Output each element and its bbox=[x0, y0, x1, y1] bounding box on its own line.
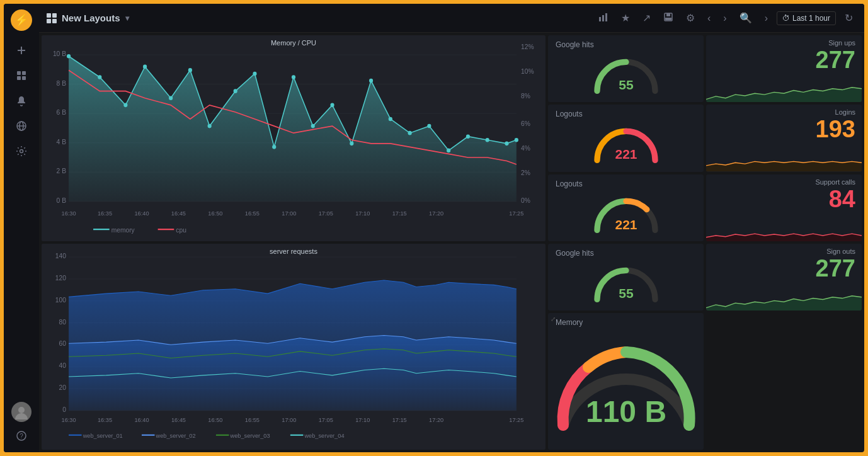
topbar-actions: ★ ↗ ⚙ ‹ › 🔍 › ⏱ Last 1 hour bbox=[595, 9, 857, 27]
settings-icon[interactable] bbox=[10, 140, 33, 162]
svg-point-55 bbox=[350, 141, 353, 145]
svg-text:0 B: 0 B bbox=[57, 197, 66, 204]
svg-point-48 bbox=[208, 124, 212, 128]
svg-text:60: 60 bbox=[59, 340, 67, 347]
logouts2-svg: 221 bbox=[569, 191, 683, 236]
svg-text:16:50: 16:50 bbox=[208, 417, 222, 423]
svg-text:80: 80 bbox=[59, 319, 67, 326]
app-title: New Layouts bbox=[62, 13, 120, 23]
svg-text:6 B: 6 B bbox=[57, 108, 66, 116]
svg-rect-19 bbox=[666, 13, 670, 16]
svg-text:16:50: 16:50 bbox=[208, 210, 222, 217]
svg-text:16:55: 16:55 bbox=[245, 210, 260, 217]
svg-text:17:00: 17:00 bbox=[282, 210, 296, 217]
gear-icon[interactable]: ⚙ bbox=[682, 9, 699, 26]
memory-title: Memory bbox=[553, 318, 583, 327]
chevron-right-icon[interactable]: › bbox=[719, 10, 730, 26]
memory-svg: 110 B bbox=[551, 337, 702, 438]
save-icon[interactable] bbox=[660, 9, 677, 27]
google-hits2-svg: 55 bbox=[569, 260, 683, 305]
expand-icon[interactable]: ⤢ bbox=[551, 316, 556, 322]
svg-text:55: 55 bbox=[619, 286, 634, 300]
search-icon[interactable]: 🔍 bbox=[736, 9, 756, 26]
google-hits2-title: Google hits bbox=[553, 249, 594, 258]
server-requests-chart: 140 120 100 80 60 40 20 0 bbox=[42, 244, 545, 450]
star-icon[interactable]: ★ bbox=[617, 9, 634, 26]
svg-point-52 bbox=[292, 75, 295, 79]
google-hits-svg: 55 bbox=[569, 52, 683, 97]
svg-rect-15 bbox=[599, 17, 601, 21]
svg-point-63 bbox=[505, 141, 508, 145]
refresh-icon[interactable]: ↻ bbox=[841, 9, 857, 26]
svg-text:16:40: 16:40 bbox=[134, 417, 149, 423]
svg-text:0: 0 bbox=[62, 406, 66, 413]
svg-text:16:35: 16:35 bbox=[98, 210, 112, 217]
chart-icon[interactable] bbox=[595, 9, 612, 27]
memory-gauge: ⤢ Memory 110 B bbox=[548, 313, 704, 450]
svg-text:10%: 10% bbox=[521, 67, 534, 75]
svg-text:40: 40 bbox=[59, 362, 67, 369]
svg-text:6%: 6% bbox=[521, 120, 530, 127]
svg-point-57 bbox=[389, 117, 392, 122]
svg-text:110 B: 110 B bbox=[585, 395, 666, 428]
svg-point-43 bbox=[98, 75, 101, 79]
svg-text:16:40: 16:40 bbox=[134, 210, 149, 217]
time-range[interactable]: ⏱ Last 1 hour bbox=[777, 11, 836, 25]
svg-point-50 bbox=[253, 72, 256, 76]
svg-text:8 B: 8 B bbox=[57, 79, 66, 86]
svg-text:16:30: 16:30 bbox=[62, 210, 76, 217]
help-icon[interactable]: ? bbox=[10, 425, 33, 447]
svg-text:17:10: 17:10 bbox=[355, 417, 370, 423]
svg-rect-4 bbox=[17, 71, 21, 75]
logouts2-title: Logouts bbox=[553, 180, 583, 188]
svg-point-54 bbox=[330, 103, 334, 108]
svg-text:2 B: 2 B bbox=[57, 167, 66, 174]
svg-point-59 bbox=[427, 124, 431, 128]
svg-text:221: 221 bbox=[615, 147, 637, 162]
svg-text:16:45: 16:45 bbox=[171, 417, 186, 423]
logouts-gauge: Logouts 221 bbox=[548, 105, 704, 171]
topbar: New Layouts ▾ ★ ↗ bbox=[39, 4, 864, 33]
svg-text:⚡: ⚡ bbox=[14, 13, 29, 27]
add-icon[interactable] bbox=[10, 39, 33, 62]
server-requests-panel: server requests 140 120 100 80 60 40 20 … bbox=[42, 244, 545, 450]
svg-text:17:25: 17:25 bbox=[509, 417, 523, 423]
svg-rect-16 bbox=[602, 15, 604, 21]
svg-rect-5 bbox=[22, 71, 26, 75]
chevron-left-icon[interactable]: ‹ bbox=[704, 10, 714, 26]
svg-text:8%: 8% bbox=[521, 91, 530, 99]
support-calls-panel: Support calls 84 bbox=[706, 174, 862, 241]
svg-text:55: 55 bbox=[619, 77, 634, 92]
bell-icon[interactable] bbox=[10, 89, 33, 112]
svg-rect-17 bbox=[605, 13, 607, 21]
sign-ups-panel: Sign ups 277 bbox=[706, 35, 862, 102]
dashboard-icon[interactable] bbox=[10, 64, 33, 87]
svg-text:4%: 4% bbox=[521, 144, 530, 152]
google-hits-title: Google hits bbox=[553, 40, 594, 49]
svg-point-46 bbox=[169, 96, 173, 100]
svg-text:17:15: 17:15 bbox=[392, 417, 407, 423]
server-requests-title: server requests bbox=[42, 244, 545, 256]
nav-right-icon[interactable]: › bbox=[761, 10, 772, 26]
svg-point-44 bbox=[123, 103, 127, 108]
svg-point-64 bbox=[515, 138, 518, 142]
svg-text:4 B: 4 B bbox=[57, 138, 66, 145]
svg-point-58 bbox=[408, 131, 412, 135]
globe-icon[interactable] bbox=[10, 115, 33, 137]
svg-text:2%: 2% bbox=[521, 168, 530, 176]
svg-text:120: 120 bbox=[55, 275, 66, 282]
app-logo[interactable]: ⚡ bbox=[10, 9, 33, 31]
share-icon[interactable]: ↗ bbox=[639, 9, 654, 26]
svg-point-47 bbox=[188, 68, 192, 72]
logins-title: Logins bbox=[706, 105, 862, 117]
memory-cpu-chart: 10 B 8 B 6 B 4 B 2 B 0 B 12% 10% 8% 6% 4… bbox=[42, 35, 545, 241]
google-hits-gauge: Google hits 55 bbox=[548, 35, 704, 102]
svg-text:17:25: 17:25 bbox=[509, 210, 523, 217]
dropdown-arrow[interactable]: ▾ bbox=[125, 14, 129, 23]
svg-text:17:05: 17:05 bbox=[319, 417, 333, 423]
sign-outs-value: 277 bbox=[706, 256, 862, 284]
user-avatar[interactable] bbox=[11, 402, 31, 422]
time-label: Last 1 hour bbox=[792, 14, 830, 23]
svg-rect-20 bbox=[665, 18, 671, 20]
svg-text:17:15: 17:15 bbox=[392, 210, 407, 217]
